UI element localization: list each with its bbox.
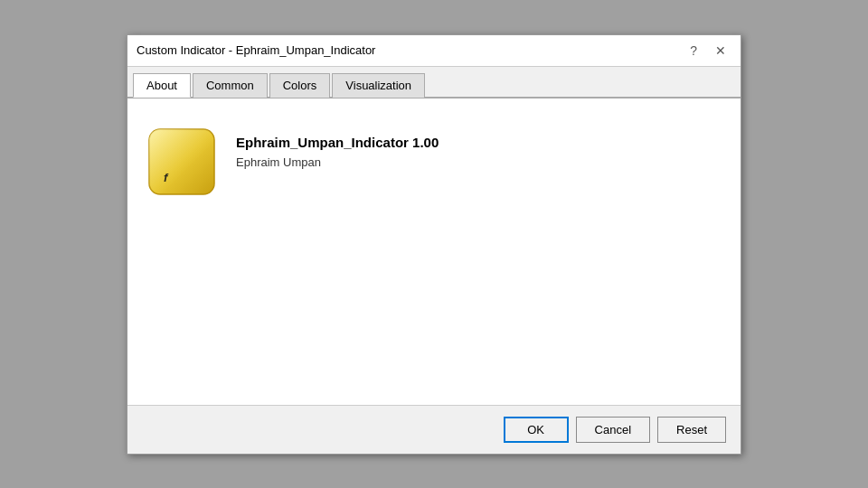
ok-button[interactable]: OK [504, 417, 569, 443]
svg-rect-1 [149, 129, 214, 194]
indicator-author-label: Ephraim Umpan [236, 155, 439, 169]
footer: OK Cancel Reset [127, 405, 741, 454]
cancel-button[interactable]: Cancel [576, 417, 650, 443]
help-button[interactable]: ? [684, 42, 703, 59]
dialog-title: Custom Indicator - Ephraim_Umpan_Indicat… [137, 43, 375, 57]
tab-common[interactable]: Common [193, 73, 268, 98]
tab-visualization[interactable]: Visualization [332, 73, 425, 98]
about-section: f Ephraim_Umpan_Indicator 1.00 Ephraim U… [146, 126, 722, 198]
tab-colors[interactable]: Colors [269, 73, 331, 98]
indicator-info: Ephraim_Umpan_Indicator 1.00 Ephraim Ump… [236, 126, 439, 169]
reset-button[interactable]: Reset [657, 417, 726, 443]
tab-bar: About Common Colors Visualization [127, 67, 741, 98]
close-button[interactable]: ✕ [710, 42, 731, 59]
title-buttons: ? ✕ [684, 42, 731, 59]
tab-about[interactable]: About [133, 73, 191, 98]
content-area: f Ephraim_Umpan_Indicator 1.00 Ephraim U… [127, 98, 741, 405]
dialog-window: Custom Indicator - Ephraim_Umpan_Indicat… [127, 34, 741, 455]
indicator-name-label: Ephraim_Umpan_Indicator 1.00 [236, 135, 439, 150]
indicator-icon: f [146, 126, 218, 198]
title-bar: Custom Indicator - Ephraim_Umpan_Indicat… [127, 35, 741, 67]
